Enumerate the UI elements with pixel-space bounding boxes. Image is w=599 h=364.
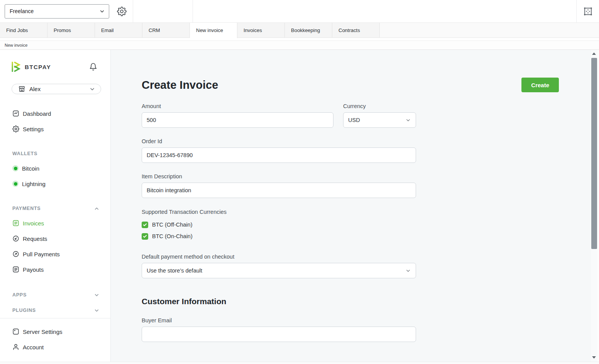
item-description-input[interactable]: [142, 183, 416, 198]
default-payment-label: Default payment method on checkout: [142, 254, 416, 260]
send-arrow-icon: [12, 251, 19, 257]
sidebar-item-pull-payments[interactable]: Pull Payments: [0, 246, 110, 262]
order-id-label: Order Id: [142, 138, 416, 144]
gear-icon: [117, 7, 127, 16]
chevron-down-icon: [94, 308, 100, 313]
main-content: Create Invoice Create Amount Currency US…: [111, 50, 599, 362]
toolbar-right-section: [577, 0, 599, 22]
chevron-down-icon: [89, 86, 95, 92]
btc-onchain-checkbox-row[interactable]: BTC (On-Chain): [142, 230, 416, 242]
tab-contracts[interactable]: Contracts: [332, 23, 380, 37]
btc-offchain-checkbox-row[interactable]: BTC (Off-Chain): [142, 219, 416, 230]
sidebar-item-server-settings[interactable]: Server Settings: [0, 324, 110, 339]
lightning-status-dot-icon: [12, 181, 19, 187]
scroll-up-arrow-icon[interactable]: [592, 52, 596, 55]
profile-select-value: Freelance: [10, 8, 34, 14]
btc-offchain-label: BTC (Off-Chain): [152, 222, 192, 228]
store-selector[interactable]: Alex: [12, 84, 101, 94]
currency-select[interactable]: USD: [343, 112, 416, 128]
store-icon: [18, 85, 25, 93]
page-title: Create Invoice: [142, 79, 218, 91]
tab-bookkeeping[interactable]: Bookkeeping: [285, 23, 332, 37]
btcpay-app: BTCPAY Alex Dashboard: [0, 50, 599, 362]
sidebar-section-wallets: WALLETS: [0, 150, 110, 157]
sidebar-nav: Dashboard Settings WALLETS Bitcoin Light…: [0, 106, 110, 318]
scroll-down-arrow-icon[interactable]: [592, 356, 596, 359]
checked-checkbox-icon[interactable]: [142, 222, 148, 228]
chevron-up-icon: [94, 206, 100, 212]
btcpay-logo[interactable]: BTCPAY: [12, 61, 51, 72]
brand-wordmark: BTCPAY: [25, 64, 51, 70]
store-selector-value: Alex: [29, 86, 89, 92]
default-payment-select-value: Use the store’s default: [147, 267, 202, 274]
settings-gear-button[interactable]: [117, 7, 127, 16]
chevron-down-icon: [99, 8, 105, 14]
currency-label: Currency: [343, 103, 416, 109]
payouts-icon: [12, 266, 19, 273]
bell-icon: [89, 63, 97, 71]
bitcoin-status-dot-icon: [12, 165, 19, 171]
screen-capture-icon[interactable]: [583, 6, 593, 17]
btc-onchain-label: BTC (On-Chain): [152, 233, 193, 239]
sidebar-footer: Server Settings Account: [0, 318, 110, 362]
sidebar: BTCPAY Alex Dashboard: [0, 50, 111, 362]
sidebar-item-payouts[interactable]: Payouts: [0, 262, 110, 277]
toolbar-left-section: Freelance: [0, 0, 133, 22]
sidebar-section-plugins[interactable]: PLUGINS: [0, 303, 110, 318]
invoices-icon: [12, 220, 19, 227]
tab-new-invoice[interactable]: New invoice: [190, 23, 237, 38]
amount-label: Amount: [142, 103, 333, 109]
chevron-down-icon: [405, 268, 411, 274]
order-id-input[interactable]: [142, 147, 416, 163]
amount-input[interactable]: [142, 112, 333, 128]
tab-find-jobs[interactable]: Find Jobs: [0, 23, 47, 37]
sidebar-item-dashboard[interactable]: Dashboard: [0, 106, 110, 121]
sidebar-item-requests[interactable]: Requests: [0, 231, 110, 246]
item-description-label: Item Description: [142, 173, 416, 179]
tab-invoices[interactable]: Invoices: [237, 23, 285, 37]
sidebar-item-invoices[interactable]: Invoices: [0, 215, 110, 231]
supported-currencies-label: Supported Transaction Currencies: [142, 209, 416, 215]
sidebar-section-apps[interactable]: APPS: [0, 287, 110, 303]
server-settings-icon: [12, 328, 19, 335]
receive-arrow-icon: [12, 235, 19, 242]
top-toolbar: Freelance: [0, 0, 599, 22]
buyer-email-input[interactable]: [142, 327, 416, 342]
tab-bar: Find Jobs Promos Email CRM New invoice I…: [0, 22, 599, 38]
sidebar-item-account[interactable]: Account: [0, 339, 110, 355]
window-edge: [597, 50, 599, 362]
notifications-button[interactable]: [89, 63, 97, 71]
create-button[interactable]: Create: [521, 78, 559, 92]
currency-select-value: USD: [348, 117, 360, 123]
toolbar-spacer: [193, 0, 577, 22]
dashboard-icon: [12, 110, 19, 117]
sidebar-item-bitcoin[interactable]: Bitcoin: [0, 161, 110, 176]
invoice-form: Amount Currency USD: [142, 103, 416, 342]
default-payment-select[interactable]: Use the store’s default: [142, 263, 416, 278]
customer-information-heading: Customer Information: [142, 297, 416, 306]
sidebar-item-lightning[interactable]: Lightning: [0, 176, 110, 191]
bottom-edge: [0, 362, 599, 364]
vertical-scrollbar[interactable]: [591, 50, 597, 362]
gear-icon: [12, 125, 19, 132]
user-icon: [12, 344, 19, 350]
toolbar-middle-section: [133, 0, 193, 22]
page-title-bar: New invoice: [0, 41, 599, 50]
tab-promos[interactable]: Promos: [47, 23, 95, 37]
chevron-down-icon: [94, 292, 100, 298]
tab-email[interactable]: Email: [95, 23, 142, 37]
checked-checkbox-icon[interactable]: [142, 233, 148, 240]
chevron-down-icon: [405, 117, 411, 123]
sidebar-item-settings[interactable]: Settings: [0, 121, 110, 137]
page-title-label: New invoice: [5, 43, 27, 47]
sidebar-section-payments[interactable]: PAYMENTS: [0, 205, 110, 212]
buyer-email-label: Buyer Email: [142, 317, 416, 323]
scrollbar-thumb[interactable]: [591, 58, 597, 249]
tab-crm[interactable]: CRM: [142, 23, 190, 37]
profile-select[interactable]: Freelance: [5, 4, 109, 19]
